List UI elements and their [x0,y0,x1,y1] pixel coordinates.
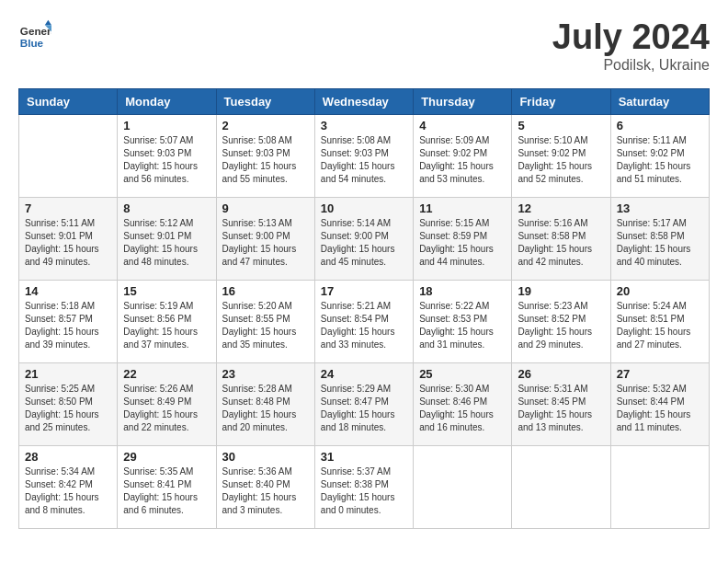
day-info: Sunrise: 5:10 AMSunset: 9:02 PMDaylight:… [518,134,604,186]
day-cell: 5Sunrise: 5:10 AMSunset: 9:02 PMDaylight… [512,114,610,197]
day-info: Sunrise: 5:11 AMSunset: 9:01 PMDaylight:… [25,217,111,269]
day-info: Sunrise: 5:18 AMSunset: 8:57 PMDaylight:… [25,300,111,351]
day-number: 26 [518,367,604,381]
day-number: 13 [617,201,703,215]
day-cell: 17Sunrise: 5:21 AMSunset: 8:54 PMDayligh… [314,280,413,362]
day-info: Sunrise: 5:21 AMSunset: 8:54 PMDaylight:… [321,300,407,351]
day-number: 23 [222,367,309,381]
day-number: 3 [321,119,407,132]
day-number: 1 [123,119,210,132]
day-info: Sunrise: 5:37 AMSunset: 8:38 PMDaylight:… [321,465,407,517]
day-number: 14 [25,284,111,298]
day-number: 9 [222,201,309,215]
day-cell [19,114,118,197]
day-cell: 25Sunrise: 5:30 AMSunset: 8:46 PMDayligh… [414,362,512,445]
day-number: 18 [419,284,506,298]
day-info: Sunrise: 5:29 AMSunset: 8:47 PMDaylight:… [321,383,407,434]
day-cell: 19Sunrise: 5:23 AMSunset: 8:52 PMDayligh… [512,280,610,362]
location: Podilsk, Ukraine [552,57,710,74]
week-row-2: 14Sunrise: 5:18 AMSunset: 8:57 PMDayligh… [19,280,710,362]
day-cell: 14Sunrise: 5:18 AMSunset: 8:57 PMDayligh… [19,280,118,362]
day-info: Sunrise: 5:31 AMSunset: 8:45 PMDaylight:… [518,383,604,434]
day-info: Sunrise: 5:23 AMSunset: 8:52 PMDaylight:… [518,300,604,351]
day-number: 16 [222,284,309,298]
day-cell: 1Sunrise: 5:07 AMSunset: 9:03 PMDaylight… [118,114,216,197]
header-cell-friday: Friday [512,88,610,114]
week-row-3: 21Sunrise: 5:25 AMSunset: 8:50 PMDayligh… [19,362,710,445]
calendar-table: SundayMondayTuesdayWednesdayThursdayFrid… [18,88,710,529]
day-cell: 16Sunrise: 5:20 AMSunset: 8:55 PMDayligh… [216,280,314,362]
header-cell-thursday: Thursday [414,88,512,114]
day-cell: 15Sunrise: 5:19 AMSunset: 8:56 PMDayligh… [118,280,216,362]
day-cell: 9Sunrise: 5:13 AMSunset: 9:00 PMDaylight… [216,197,314,280]
day-cell [512,445,610,528]
day-cell: 26Sunrise: 5:31 AMSunset: 8:45 PMDayligh… [512,362,610,445]
day-number: 21 [25,367,111,381]
logo: General Blue [18,18,51,52]
day-info: Sunrise: 5:11 AMSunset: 9:02 PMDaylight:… [617,134,703,186]
day-cell [414,445,512,528]
header-cell-wednesday: Wednesday [314,88,413,114]
day-info: Sunrise: 5:15 AMSunset: 8:59 PMDaylight:… [419,217,506,269]
svg-marker-2 [45,20,51,25]
day-number: 12 [518,201,604,215]
svg-text:Blue: Blue [20,37,44,49]
day-cell: 12Sunrise: 5:16 AMSunset: 8:58 PMDayligh… [512,197,610,280]
day-cell: 10Sunrise: 5:14 AMSunset: 9:00 PMDayligh… [314,197,413,280]
calendar-header: SundayMondayTuesdayWednesdayThursdayFrid… [19,88,710,114]
day-info: Sunrise: 5:35 AMSunset: 8:41 PMDaylight:… [123,465,210,517]
day-number: 24 [321,367,407,381]
day-cell: 22Sunrise: 5:26 AMSunset: 8:49 PMDayligh… [118,362,216,445]
day-info: Sunrise: 5:24 AMSunset: 8:51 PMDaylight:… [617,300,703,351]
header-cell-monday: Monday [118,88,216,114]
day-info: Sunrise: 5:26 AMSunset: 8:49 PMDaylight:… [123,383,210,434]
week-row-4: 28Sunrise: 5:34 AMSunset: 8:42 PMDayligh… [19,445,710,528]
day-cell: 18Sunrise: 5:22 AMSunset: 8:53 PMDayligh… [414,280,512,362]
day-info: Sunrise: 5:30 AMSunset: 8:46 PMDaylight:… [419,383,506,434]
day-number: 20 [617,284,703,298]
week-row-0: 1Sunrise: 5:07 AMSunset: 9:03 PMDaylight… [19,114,710,197]
day-number: 10 [321,201,407,215]
day-info: Sunrise: 5:16 AMSunset: 8:58 PMDaylight:… [518,217,604,269]
day-info: Sunrise: 5:19 AMSunset: 8:56 PMDaylight:… [123,300,210,351]
day-number: 11 [419,201,506,215]
day-number: 5 [518,119,604,132]
day-cell: 24Sunrise: 5:29 AMSunset: 8:47 PMDayligh… [314,362,413,445]
day-info: Sunrise: 5:08 AMSunset: 9:03 PMDaylight:… [321,134,407,186]
day-info: Sunrise: 5:32 AMSunset: 8:44 PMDaylight:… [617,383,703,434]
logo-icon: General Blue [18,18,51,52]
day-number: 4 [419,119,506,132]
day-number: 28 [25,450,111,464]
day-cell: 11Sunrise: 5:15 AMSunset: 8:59 PMDayligh… [414,197,512,280]
day-number: 31 [321,450,407,464]
day-cell: 23Sunrise: 5:28 AMSunset: 8:48 PMDayligh… [216,362,314,445]
day-number: 17 [321,284,407,298]
header-row: SundayMondayTuesdayWednesdayThursdayFrid… [19,88,710,114]
calendar-body: 1Sunrise: 5:07 AMSunset: 9:03 PMDaylight… [19,114,710,528]
day-cell: 2Sunrise: 5:08 AMSunset: 9:03 PMDaylight… [216,114,314,197]
day-cell: 6Sunrise: 5:11 AMSunset: 9:02 PMDaylight… [610,114,709,197]
day-cell: 20Sunrise: 5:24 AMSunset: 8:51 PMDayligh… [610,280,709,362]
day-cell: 13Sunrise: 5:17 AMSunset: 8:58 PMDayligh… [610,197,709,280]
day-cell: 27Sunrise: 5:32 AMSunset: 8:44 PMDayligh… [610,362,709,445]
day-info: Sunrise: 5:22 AMSunset: 8:53 PMDaylight:… [419,300,506,351]
day-info: Sunrise: 5:17 AMSunset: 8:58 PMDaylight:… [617,217,703,269]
day-cell: 7Sunrise: 5:11 AMSunset: 9:01 PMDaylight… [19,197,118,280]
page-header: General Blue July 2024 Podilsk, Ukraine [18,18,710,74]
day-cell [610,445,709,528]
day-info: Sunrise: 5:12 AMSunset: 9:01 PMDaylight:… [123,217,210,269]
day-cell: 3Sunrise: 5:08 AMSunset: 9:03 PMDaylight… [314,114,413,197]
day-number: 30 [222,450,309,464]
day-cell: 28Sunrise: 5:34 AMSunset: 8:42 PMDayligh… [19,445,118,528]
header-cell-sunday: Sunday [19,88,118,114]
day-cell: 29Sunrise: 5:35 AMSunset: 8:41 PMDayligh… [118,445,216,528]
day-info: Sunrise: 5:08 AMSunset: 9:03 PMDaylight:… [222,134,309,186]
week-row-1: 7Sunrise: 5:11 AMSunset: 9:01 PMDaylight… [19,197,710,280]
day-number: 7 [25,201,111,215]
day-cell: 30Sunrise: 5:36 AMSunset: 8:40 PMDayligh… [216,445,314,528]
day-number: 22 [123,367,210,381]
day-cell: 8Sunrise: 5:12 AMSunset: 9:01 PMDaylight… [118,197,216,280]
month-year: July 2024 [552,18,710,57]
day-number: 29 [123,450,210,464]
day-info: Sunrise: 5:34 AMSunset: 8:42 PMDaylight:… [25,465,111,517]
